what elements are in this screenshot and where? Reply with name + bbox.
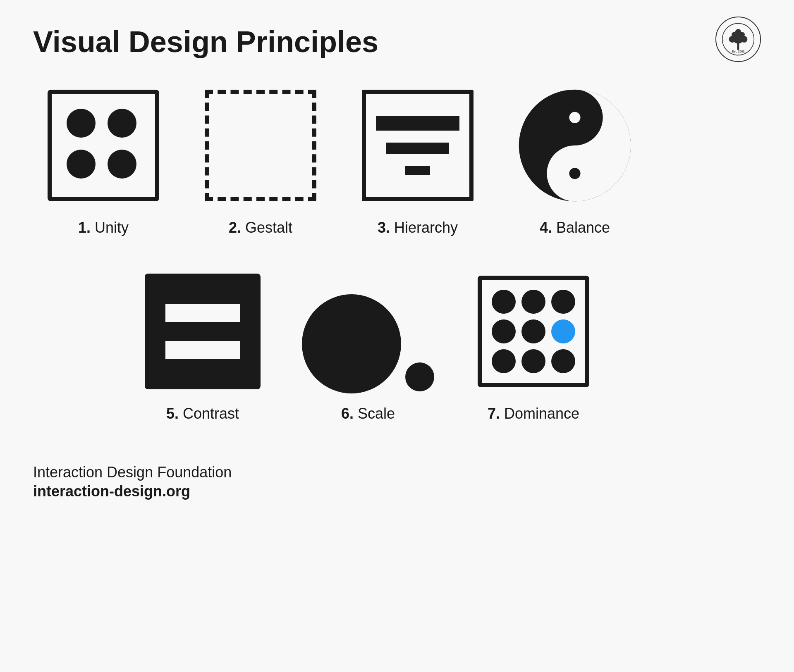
principles-row-2: 5. Contrast 6. Scale xyxy=(33,269,761,422)
footer-url: interaction-design.org xyxy=(33,483,761,500)
dom-dot-2 xyxy=(521,290,545,314)
footer: Interaction Design Foundation interactio… xyxy=(33,464,761,500)
hierarchy-bar-wide xyxy=(376,116,459,131)
unity-dot-3 xyxy=(67,150,96,179)
hierarchy-bar-small xyxy=(405,166,430,175)
principle-dominance: 7. Dominance xyxy=(463,269,604,422)
dom-dot-7 xyxy=(492,349,516,373)
scale-label: 6. Scale xyxy=(341,405,395,422)
dom-dot-1 xyxy=(492,290,516,314)
dominance-label: 7. Dominance xyxy=(488,405,579,422)
logo: Est. 2002 xyxy=(715,17,761,62)
svg-text:Est. 2002: Est. 2002 xyxy=(732,50,744,53)
dom-dot-9 xyxy=(551,349,575,373)
scale-small-circle xyxy=(405,362,434,391)
contrast-icon xyxy=(141,269,265,393)
dom-dot-4 xyxy=(492,319,516,343)
contrast-bar-top xyxy=(165,304,239,322)
unity-dot-2 xyxy=(108,109,136,138)
principles-row-1: 1. Unity 2. Gestalt 3. Hierarchy xyxy=(33,83,761,236)
footer-org-name: Interaction Design Foundation xyxy=(33,464,761,481)
principle-hierarchy: 3. Hierarchy xyxy=(347,83,488,236)
svg-point-13 xyxy=(569,168,580,179)
hierarchy-label: 3. Hierarchy xyxy=(378,219,458,236)
balance-icon xyxy=(513,83,637,207)
gestalt-icon xyxy=(198,83,323,207)
svg-rect-1 xyxy=(737,43,739,50)
principle-balance: 4. Balance xyxy=(505,83,645,236)
scale-icon xyxy=(306,269,430,393)
scale-big-circle xyxy=(302,294,401,393)
contrast-bar-bottom xyxy=(165,341,239,359)
dom-dot-3 xyxy=(551,290,575,314)
principle-contrast: 5. Contrast xyxy=(132,269,273,422)
svg-point-12 xyxy=(569,112,580,123)
dom-dot-blue xyxy=(551,319,575,343)
svg-point-7 xyxy=(735,29,741,35)
unity-dot-1 xyxy=(67,109,96,138)
unity-label: 1. Unity xyxy=(78,219,129,236)
page-title: Visual Design Principles xyxy=(33,25,761,59)
balance-label: 4. Balance xyxy=(540,219,610,236)
hierarchy-bar-medium xyxy=(386,143,449,154)
unity-dot-4 xyxy=(108,150,136,179)
principle-gestalt: 2. Gestalt xyxy=(190,83,331,236)
dom-dot-5 xyxy=(521,319,545,343)
unity-icon xyxy=(41,83,165,207)
principle-unity: 1. Unity xyxy=(33,83,174,236)
hierarchy-icon xyxy=(356,83,480,207)
principle-scale: 6. Scale xyxy=(298,269,438,422)
dominance-icon xyxy=(471,269,596,393)
dom-dot-8 xyxy=(521,349,545,373)
gestalt-label: 2. Gestalt xyxy=(229,219,292,236)
contrast-label: 5. Contrast xyxy=(166,405,239,422)
